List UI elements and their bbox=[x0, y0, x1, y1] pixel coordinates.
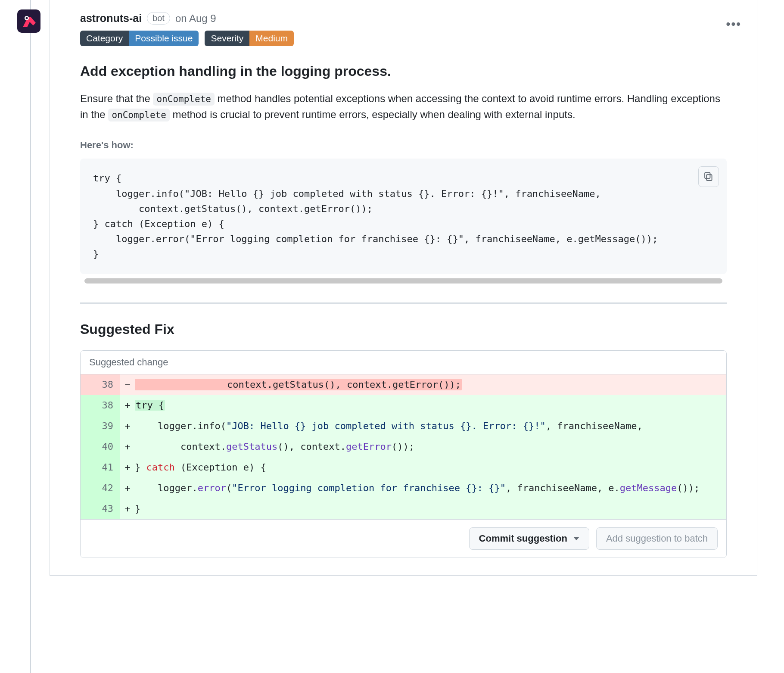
diff-line: 42+ logger.error("Error logging completi… bbox=[81, 478, 726, 499]
suggested-change-footer: Commit suggestion Add suggestion to batc… bbox=[81, 519, 726, 558]
horizontal-scrollbar[interactable] bbox=[84, 278, 722, 284]
desc-text: method is crucial to prevent runtime err… bbox=[170, 109, 576, 120]
label-category: Category Possible issue bbox=[80, 31, 199, 46]
diff-sign: + bbox=[120, 395, 135, 416]
author-link[interactable]: astronuts-ai bbox=[80, 12, 142, 25]
diff-sign: − bbox=[120, 374, 135, 395]
label-value: Medium bbox=[249, 31, 294, 46]
diff-line: 40+ context.getStatus(), context.getErro… bbox=[81, 436, 726, 457]
diff-code: try { bbox=[135, 395, 726, 416]
helper-text: Here's how: bbox=[80, 140, 727, 151]
comment-title: Add exception handling in the logging pr… bbox=[80, 63, 727, 79]
diff-sign: + bbox=[120, 436, 135, 457]
comment-header: astronuts-ai bot on Aug 9 ••• bbox=[50, 0, 757, 25]
label-key: Severity bbox=[205, 31, 249, 46]
avatar[interactable] bbox=[17, 9, 40, 33]
diff-sign: + bbox=[120, 499, 135, 519]
labels-row: Category Possible issue Severity Medium bbox=[50, 25, 757, 46]
svg-rect-2 bbox=[706, 175, 712, 181]
comment-body: Add exception handling in the logging pr… bbox=[50, 46, 757, 558]
label-value: Possible issue bbox=[129, 31, 199, 46]
diff-line: 39+ logger.info("JOB: Hello {} job compl… bbox=[81, 416, 726, 436]
more-options-button[interactable]: ••• bbox=[726, 17, 741, 31]
button-label: Commit suggestion bbox=[479, 533, 567, 544]
svg-rect-3 bbox=[705, 173, 710, 179]
diff-line-number: 40 bbox=[81, 436, 120, 457]
diff-code: logger.info("JOB: Hello {} job completed… bbox=[135, 416, 726, 436]
button-label: Add suggestion to batch bbox=[606, 533, 708, 544]
diff-code: logger.error("Error logging completion f… bbox=[135, 478, 726, 499]
comment-card: astronuts-ai bot on Aug 9 ••• Category P… bbox=[50, 0, 757, 576]
label-severity: Severity Medium bbox=[205, 31, 294, 46]
diff-line-number: 38 bbox=[81, 395, 120, 416]
bot-badge: bot bbox=[147, 12, 170, 25]
diff-block: 38− context.getStatus(), context.getErro… bbox=[81, 374, 726, 520]
diff-sign: + bbox=[120, 457, 135, 478]
diff-sign: + bbox=[120, 416, 135, 436]
desc-text: Ensure that the bbox=[80, 93, 153, 104]
diff-code: context.getStatus(), context.getError())… bbox=[135, 436, 726, 457]
commit-suggestion-button[interactable]: Commit suggestion bbox=[469, 527, 589, 550]
caret-down-icon bbox=[573, 537, 579, 540]
suggested-change-header: Suggested change bbox=[81, 351, 726, 374]
copy-button[interactable] bbox=[698, 166, 719, 187]
label-key: Category bbox=[80, 31, 129, 46]
inline-code: onComplete bbox=[153, 93, 214, 106]
diff-code: context.getStatus(), context.getError())… bbox=[135, 374, 726, 395]
diff-line-number: 41 bbox=[81, 457, 120, 478]
comment-description: Ensure that the onComplete method handle… bbox=[80, 90, 727, 122]
copy-icon bbox=[704, 172, 713, 181]
diff-line: 38− context.getStatus(), context.getErro… bbox=[81, 374, 726, 395]
diff-line: 43+} bbox=[81, 499, 726, 519]
diff-line-number: 43 bbox=[81, 499, 120, 519]
code-block[interactable]: try { logger.info("JOB: Hello {} job com… bbox=[80, 159, 727, 274]
diff-line: 41+} catch (Exception e) { bbox=[81, 457, 726, 478]
astronaut-avatar-icon bbox=[20, 12, 37, 30]
divider bbox=[80, 302, 727, 304]
diff-code: } bbox=[135, 499, 726, 519]
svg-point-1 bbox=[26, 17, 28, 19]
timestamp[interactable]: on Aug 9 bbox=[175, 12, 216, 25]
suggested-change-box: Suggested change 38− context.getStatus()… bbox=[80, 350, 727, 558]
diff-sign: + bbox=[120, 478, 135, 499]
diff-code: } catch (Exception e) { bbox=[135, 457, 726, 478]
code-block-container: try { logger.info("JOB: Hello {} job com… bbox=[80, 159, 727, 283]
add-to-batch-button[interactable]: Add suggestion to batch bbox=[596, 527, 718, 550]
diff-line-number: 39 bbox=[81, 416, 120, 436]
diff-line: 38+try { bbox=[81, 395, 726, 416]
diff-line-number: 38 bbox=[81, 374, 120, 395]
suggested-fix-title: Suggested Fix bbox=[80, 321, 727, 337]
diff-line-number: 42 bbox=[81, 478, 120, 499]
kebab-icon: ••• bbox=[726, 17, 741, 31]
inline-code: onComplete bbox=[108, 109, 169, 122]
